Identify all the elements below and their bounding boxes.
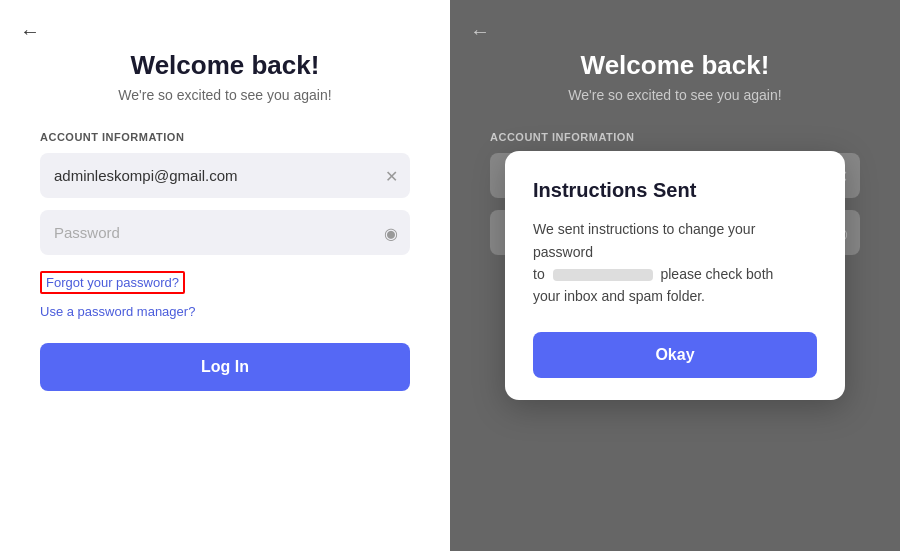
modal-body-text-2: to — [533, 266, 545, 282]
login-button[interactable]: Log In — [40, 343, 410, 391]
left-section-label: ACCOUNT INFORMATION — [40, 131, 184, 143]
modal-body: We sent instructions to change your pass… — [533, 218, 817, 308]
right-panel: ← Welcome back! We're so excited to see … — [450, 0, 900, 551]
modal-body-text-3: please check both — [660, 266, 773, 282]
email-input[interactable] — [40, 153, 410, 198]
password-manager-link[interactable]: Use a password manager? — [40, 304, 195, 319]
left-title: Welcome back! — [131, 50, 320, 81]
forgot-password-link[interactable]: Forgot your password? — [40, 271, 185, 294]
modal-title: Instructions Sent — [533, 179, 817, 202]
modal-body-text-1: We sent instructions to change your pass… — [533, 221, 755, 259]
password-input[interactable] — [40, 210, 410, 255]
left-panel: ← Welcome back! We're so excited to see … — [0, 0, 450, 551]
modal-email-placeholder — [553, 269, 653, 281]
okay-button[interactable]: Okay — [533, 332, 817, 378]
back-button-left[interactable]: ← — [20, 20, 40, 43]
instructions-sent-modal: Instructions Sent We sent instructions t… — [505, 151, 845, 400]
modal-body-text-4: your inbox and spam folder. — [533, 288, 705, 304]
clear-email-icon[interactable]: ✕ — [385, 166, 398, 185]
left-subtitle: We're so excited to see you again! — [118, 87, 331, 103]
show-password-icon[interactable]: ◉ — [384, 223, 398, 242]
modal-overlay: Instructions Sent We sent instructions t… — [450, 0, 900, 551]
email-input-wrapper: ✕ — [40, 153, 410, 198]
password-input-wrapper: ◉ — [40, 210, 410, 255]
